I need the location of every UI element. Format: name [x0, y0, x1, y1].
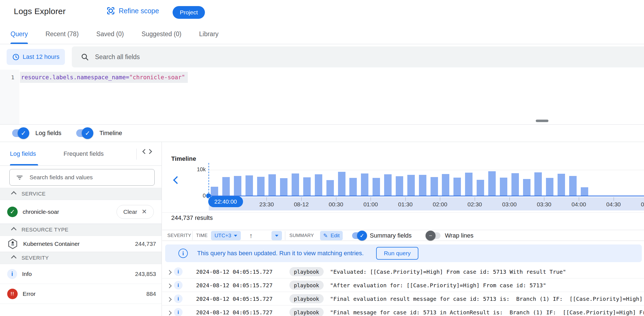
tab-saved[interactable]: Saved (0)	[96, 24, 124, 44]
timeline-bar[interactable]	[349, 178, 357, 196]
tab-recent[interactable]: Recent (78)	[46, 24, 79, 44]
timeline-bar[interactable]	[338, 172, 345, 196]
field-item-error[interactable]: !!Error884	[0, 284, 162, 304]
tab-library[interactable]: Library	[199, 24, 218, 44]
timeline-bar[interactable]	[361, 173, 368, 196]
sort-order-dropdown[interactable]	[271, 231, 282, 240]
expand-chevron-icon[interactable]	[168, 284, 171, 289]
timeline-bar[interactable]	[546, 178, 553, 196]
fields-search-box[interactable]	[9, 169, 155, 186]
timeline-bar[interactable]	[569, 176, 577, 196]
code-field-key: resource.labels.namespace_name	[21, 74, 126, 81]
timeline-bar[interactable]	[442, 174, 449, 196]
section-header-service[interactable]: SERVICE	[0, 188, 162, 200]
field-count: 244,737	[135, 241, 156, 247]
timeline-bar[interactable]	[280, 178, 287, 196]
timeline-bar[interactable]	[581, 187, 588, 196]
field-item-kubernetes-container[interactable]: Kubernetes Container244,737	[0, 236, 162, 252]
refine-scope-button[interactable]: Refine scope	[106, 6, 159, 15]
clock-icon	[12, 53, 20, 61]
log-message: "After evaluation for: [[Case.Priority]=…	[330, 278, 644, 292]
timeline-bar[interactable]	[234, 176, 241, 196]
timeline-bar[interactable]	[431, 177, 438, 196]
timeline-bar[interactable]	[211, 187, 218, 196]
timeline-bar[interactable]	[465, 173, 473, 196]
project-scope-badge[interactable]: Project	[173, 6, 205, 19]
severity-info-icon[interactable]: i	[174, 267, 183, 276]
timeline-bar[interactable]	[246, 175, 253, 196]
section-title: RESOURCE TYPE	[22, 227, 68, 233]
query-editor[interactable]: 1 resource.labels.namespace_name="chroni…	[0, 70, 644, 125]
timeline-toggle[interactable]: ✓	[76, 129, 91, 137]
expand-chevron-icon[interactable]	[168, 270, 171, 275]
edit-summary-button[interactable]: ✎ Edit	[320, 231, 343, 240]
timeline-bar[interactable]	[488, 171, 496, 196]
timeline-back-button[interactable]	[174, 177, 180, 184]
selected-time-pill[interactable]: 22:40:00	[208, 196, 243, 207]
severity-info-icon[interactable]: i	[174, 281, 183, 289]
section-header-resource-type[interactable]: RESOURCE TYPE	[0, 224, 162, 236]
severity-info-icon[interactable]: i	[174, 294, 183, 303]
axis-tick-label: 23:30	[259, 201, 274, 208]
timeline-bar[interactable]	[419, 175, 426, 196]
clear-filter-button[interactable]: Clear✕	[117, 205, 154, 219]
run-query-button[interactable]: Run query	[376, 247, 418, 260]
section-header-severity[interactable]: SEVERITY	[0, 252, 162, 264]
timeline-bar[interactable]	[534, 172, 542, 196]
timeline-axis-band[interactable]: 22:40:0023:3008-1200:3001:0001:3002:0002…	[209, 197, 644, 210]
y-axis-max-label: 10k	[186, 166, 206, 173]
log-label-chip[interactable]: playbook	[289, 267, 324, 276]
timeline-bar[interactable]	[407, 175, 415, 196]
timeline-bar[interactable]	[558, 174, 565, 196]
editor-resize-handle[interactable]	[536, 120, 548, 122]
sort-ascending-icon[interactable]: ↑	[249, 230, 253, 241]
timeline-bar[interactable]	[511, 173, 519, 196]
timeline-bar[interactable]	[257, 177, 265, 196]
timeline-bar[interactable]	[396, 176, 403, 196]
field-item-chronicle-soar[interactable]: ✓chronicle-soarClear✕	[0, 200, 162, 224]
log-label-chip[interactable]: playbook	[289, 308, 324, 316]
log-entry-row[interactable]: i2024-08-12 04:05:15.727playbook"Evaluat…	[162, 265, 644, 278]
search-all-fields[interactable]	[72, 46, 644, 67]
severity-info-icon[interactable]: i	[174, 308, 183, 316]
timeline-bar[interactable]	[292, 173, 299, 196]
expand-chevron-icon[interactable]	[168, 311, 171, 316]
timeline-bar[interactable]	[500, 178, 507, 196]
tab-frequent-fields[interactable]: Frequent fields	[64, 142, 104, 165]
timeline-bar[interactable]	[384, 174, 392, 196]
timeline-bar[interactable]	[477, 180, 484, 196]
summary-fields-toggle[interactable]: ✓	[352, 232, 365, 239]
tab-query[interactable]: Query	[10, 24, 28, 44]
timeline-bar[interactable]	[222, 177, 230, 196]
wrap-lines-toggle[interactable]: −	[428, 232, 440, 239]
results-table-header: SEVERITY TIME UTC+3 ↑ SUMMARY ✎ Edit ✓ S…	[162, 230, 644, 241]
log-fields-toggle[interactable]: ✓	[12, 129, 27, 137]
timeline-chart[interactable]	[209, 142, 644, 196]
minus-icon: −	[426, 231, 436, 241]
field-item-info[interactable]: iInfo243,853	[0, 264, 162, 284]
time-range-button[interactable]: Last 12 hours	[7, 49, 65, 65]
query-code-line[interactable]: resource.labels.namespace_name="chronicl…	[20, 72, 188, 83]
search-all-input[interactable]	[95, 53, 509, 61]
fields-search-input[interactable]	[30, 174, 134, 181]
log-entry-row[interactable]: i2024-08-12 04:05:15.727playbook"After e…	[162, 278, 644, 292]
timeline-bar[interactable]	[453, 178, 461, 196]
log-entry-row[interactable]: i2024-08-12 04:05:15.727playbook"Final m…	[162, 306, 644, 316]
log-entry-row[interactable]: i2024-08-12 04:05:15.727playbook"Final e…	[162, 292, 644, 306]
axis-tick-label: 00:30	[329, 201, 343, 208]
timeline-bar[interactable]	[303, 177, 311, 196]
log-label-chip[interactable]: playbook	[289, 294, 324, 303]
timeline-bar[interactable]	[373, 178, 380, 196]
timeline-bar[interactable]	[315, 174, 322, 196]
line-number: 1	[0, 72, 14, 83]
expand-chevron-icon[interactable]	[168, 297, 171, 302]
timeline-bar[interactable]	[326, 180, 334, 196]
timeline-bar[interactable]	[523, 179, 530, 196]
tab-suggested[interactable]: Suggested (0)	[142, 24, 181, 44]
log-message: "Final message for case id: 5713 in Acti…	[330, 306, 644, 316]
tab-log-fields[interactable]: Log fields	[10, 142, 36, 165]
timezone-dropdown[interactable]: UTC+3	[211, 231, 241, 240]
log-label-chip[interactable]: playbook	[289, 281, 324, 290]
timeline-bar[interactable]	[268, 174, 276, 196]
collapse-panel-icon[interactable]	[143, 150, 151, 153]
